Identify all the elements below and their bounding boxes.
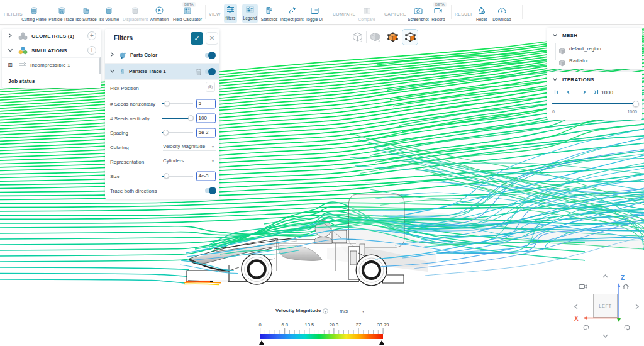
svg-text:X: X — [574, 315, 579, 322]
svg-text:Z: Z — [621, 274, 625, 281]
